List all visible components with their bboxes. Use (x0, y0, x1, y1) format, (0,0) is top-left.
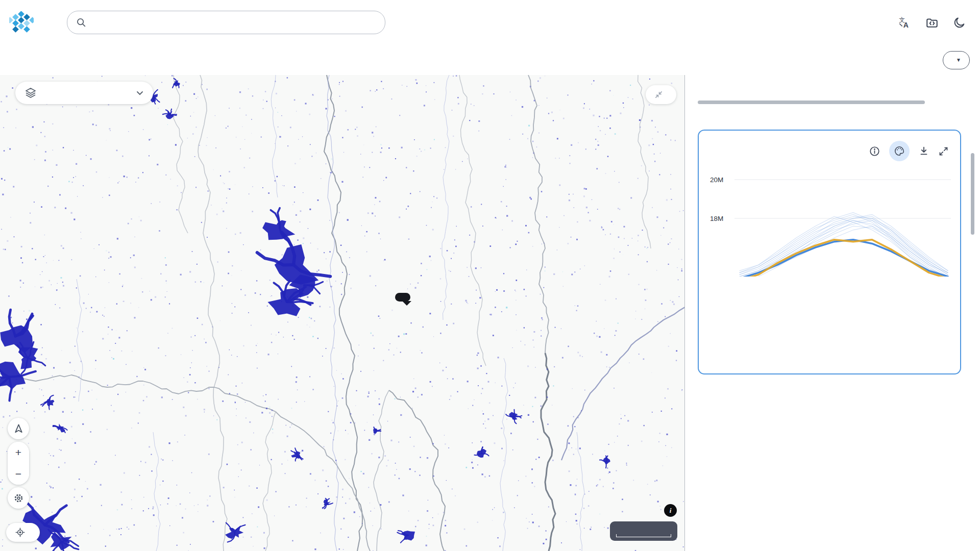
logo-mark-icon (9, 11, 34, 34)
collapse-map-button[interactable] (646, 85, 676, 104)
search-icon (76, 17, 87, 28)
locate-icon (15, 527, 26, 538)
download-icon[interactable] (918, 145, 929, 157)
compass-icon (13, 423, 24, 435)
period-dropdown[interactable]: ▼ (943, 51, 970, 69)
tabs-horizontal-scrollbar[interactable] (698, 101, 925, 104)
period-group: ▼ (938, 51, 970, 69)
translate-icon[interactable]: 文 A (898, 16, 911, 29)
map-scalebar (610, 521, 677, 541)
map-info-button[interactable]: i (664, 504, 677, 517)
main-content: + − i (0, 75, 980, 551)
zoom-controls: + − (8, 442, 29, 485)
legend-toggle[interactable] (15, 82, 153, 104)
map-settings-button[interactable] (8, 487, 29, 509)
map-canvas[interactable]: + − i (0, 75, 685, 551)
y-tick-20M: 20M (710, 176, 723, 184)
overview-panel: 20M18M (685, 75, 980, 551)
chart-style-active-bg (889, 141, 910, 161)
header-actions: 文 A (898, 16, 980, 29)
layers-icon (24, 87, 37, 99)
expand-icon[interactable] (938, 146, 949, 157)
dark-mode-moon-icon[interactable] (953, 16, 966, 29)
mapbiomas-app: 文 A (0, 0, 980, 551)
code-folder-icon[interactable] (925, 16, 939, 29)
chart-actions (869, 141, 949, 161)
scalebar-line (616, 534, 671, 537)
mapbiomas-logo[interactable] (0, 11, 39, 34)
territory-filter-bar: ▼ (0, 45, 980, 75)
panel-vertical-scrollbar[interactable] (971, 153, 974, 235)
zoom-out-button[interactable]: − (8, 463, 29, 485)
map-tooltip (395, 293, 410, 302)
chevron-down-icon (136, 89, 144, 97)
timeseries-chart: 20M18M (710, 169, 951, 277)
info-icon[interactable] (869, 145, 880, 157)
chevron-down-icon: ▼ (956, 57, 961, 63)
palette-icon[interactable] (894, 145, 905, 157)
map-render (0, 75, 685, 551)
collapse-arrows-icon (654, 90, 663, 99)
coordinates-pill[interactable] (6, 523, 40, 542)
gear-icon (13, 492, 24, 504)
svg-text:A: A (903, 21, 909, 29)
top-bar: 文 A (0, 0, 980, 45)
y-tick-18M: 18M (710, 215, 723, 222)
chart-card: 20M18M (698, 130, 961, 374)
search-input[interactable] (92, 17, 377, 28)
zoom-in-button[interactable]: + (8, 442, 29, 463)
search-box[interactable] (67, 11, 385, 34)
compass-button[interactable] (8, 418, 29, 439)
